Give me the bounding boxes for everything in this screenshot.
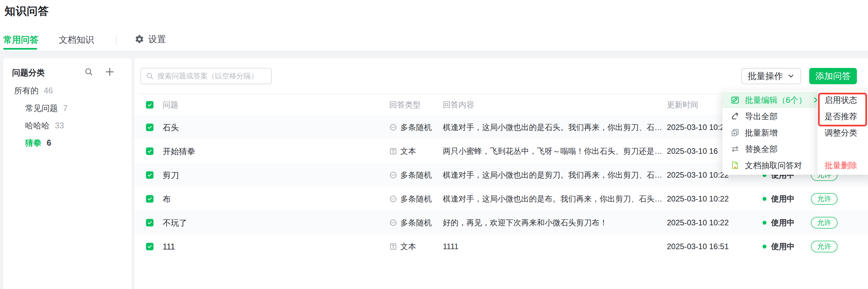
- menu-item-doc-extract-qa[interactable]: 文档抽取问答对: [722, 157, 817, 173]
- answer-type-cell: 多条随机: [389, 170, 432, 180]
- answer-content-cell: 棋逢对手，这局小微也出的是石头。我们再来，你出剪刀、石头...: [443, 122, 662, 133]
- answer-type-cell: 多条随机: [389, 218, 432, 228]
- tab-doc-knowledge[interactable]: 文档知识: [59, 34, 94, 46]
- column-header-question: 问题: [163, 100, 178, 110]
- add-category-icon[interactable]: [104, 67, 115, 78]
- add-qa-button[interactable]: 添加问答: [809, 68, 857, 84]
- updated-time-cell: 2025-03-10 10:22: [667, 218, 729, 227]
- category-label: 常见问题: [25, 103, 58, 114]
- table-row[interactable]: 布 多条随机 棋逢对手，这局小微也出的是布。我们再来，你出剪刀、石头还... 2…: [134, 187, 868, 211]
- menu-item-label: 批量编辑（6个）: [745, 95, 807, 105]
- action-cell: 允许: [811, 193, 838, 205]
- sidebar-item-hahaha[interactable]: 哈哈哈 33: [25, 120, 64, 131]
- updated-time-cell: 2025-03-10 10:22: [667, 123, 729, 132]
- column-header-content: 回答内容: [443, 100, 474, 110]
- submenu-item-batch-delete[interactable]: 批量删除: [818, 157, 868, 173]
- question-cell: 剪刀: [163, 169, 179, 180]
- search-icon: [146, 72, 154, 80]
- answer-type-label: 多条随机: [400, 170, 432, 180]
- menu-item-replace-all[interactable]: 替换全部: [722, 141, 817, 157]
- status-dot-icon: [763, 245, 767, 249]
- updated-time-cell: 2025-03-10 16: [667, 147, 718, 156]
- active-tab-underline: [3, 48, 37, 50]
- table-row[interactable]: 111 文本 1111 2025-03-10 16:51 使用中 允许: [134, 234, 868, 258]
- question-cell: 开始猜拳: [163, 146, 195, 156]
- text-type-icon: [389, 147, 397, 155]
- answer-type-cell: 多条随机: [389, 194, 432, 204]
- multi-random-icon: [389, 171, 397, 179]
- updated-time-cell: 2025-03-10 10:22: [667, 170, 729, 180]
- row-checkbox[interactable]: [146, 123, 154, 131]
- multi-random-icon: [389, 219, 397, 227]
- answer-type-label: 多条随机: [400, 122, 432, 133]
- menu-item-label: 批量新增: [745, 127, 778, 138]
- answer-type-label: 文本: [400, 241, 416, 252]
- column-header-type: 回答类型: [389, 100, 421, 110]
- answer-type-cell: 文本: [389, 241, 416, 252]
- updated-time-cell: 2025-03-10 16:51: [667, 242, 729, 251]
- answer-content-cell: 棋逢对手，这局小微也出的是布。我们再来，你出剪刀、石头还...: [443, 194, 662, 204]
- answer-content-cell: 两只小蜜蜂，飞到花丛中，飞呀～嗡嗡！你出石头、剪刀还是布？: [443, 146, 662, 156]
- answer-type-cell: 多条随机: [389, 122, 432, 133]
- answer-type-label: 多条随机: [400, 218, 432, 228]
- updated-time-cell: 2025-03-10 10:22: [667, 194, 729, 203]
- status-cell: 使用中: [763, 241, 795, 252]
- row-checkbox[interactable]: [146, 147, 154, 155]
- answer-type-cell: 文本: [389, 146, 416, 156]
- page-title: 知识问答: [5, 4, 49, 19]
- row-checkbox[interactable]: [146, 195, 154, 202]
- tab-settings[interactable]: 设置: [134, 33, 166, 45]
- swap-icon: [731, 144, 740, 154]
- qa-search-box[interactable]: [141, 68, 272, 84]
- select-all-checkbox[interactable]: [146, 101, 154, 109]
- question-cell: 石头: [163, 122, 179, 133]
- status-dot-icon: [763, 221, 767, 225]
- menu-item-label: 导出全部: [745, 111, 778, 122]
- menu-item-label: 替换全部: [745, 144, 778, 155]
- action-cell: 允许: [811, 241, 838, 252]
- doc-extract-icon: [731, 161, 740, 170]
- edit-icon: [731, 95, 740, 104]
- status-cell: 使用中: [763, 194, 795, 204]
- answer-content-cell: 1111: [443, 242, 459, 251]
- row-checkbox[interactable]: [146, 243, 154, 250]
- category-label: 哈哈哈: [25, 120, 50, 131]
- status-cell: 使用中: [763, 218, 795, 228]
- batch-menu-panel: 批量编辑（6个） 导出全部 批量新增 替换全部: [722, 91, 817, 175]
- table-row[interactable]: 不玩了 多条随机 好的，再见，欢迎下次再来和小微石头剪刀布！ 2025-03-1…: [134, 211, 868, 234]
- allow-button[interactable]: 允许: [811, 217, 838, 229]
- answer-type-label: 多条随机: [400, 194, 432, 204]
- sidebar-item-caiquan[interactable]: 猜拳 6: [25, 137, 51, 148]
- chevron-down-icon: [787, 72, 795, 80]
- category-label: 猜拳: [25, 137, 41, 148]
- gear-icon: [134, 34, 144, 44]
- submenu-spacer: [818, 141, 868, 157]
- status-label: 使用中: [771, 218, 795, 228]
- category-search-icon[interactable]: [84, 67, 93, 78]
- answer-content-cell: 棋逢对手，这局小微也出的是剪刀。我们再来，你出剪刀、石头...: [443, 170, 662, 180]
- batch-operations-button[interactable]: 批量操作: [741, 68, 801, 84]
- tab-faq[interactable]: 常用问答: [3, 34, 38, 46]
- category-count: 7: [63, 103, 68, 113]
- question-cell: 布: [163, 193, 171, 204]
- submenu-item-label: 调整分类: [825, 127, 857, 138]
- answer-content-cell: 好的，再见，欢迎下次再来和小微石头剪刀布！: [443, 218, 608, 228]
- sidebar-item-all[interactable]: 所有的 46: [14, 85, 53, 96]
- menu-item-batch-edit[interactable]: 批量编辑（6个）: [722, 92, 817, 108]
- sidebar-item-common-questions[interactable]: 常见问题 7: [25, 103, 68, 113]
- status-dot-icon: [763, 197, 767, 201]
- menu-item-batch-add[interactable]: 批量新增: [722, 124, 817, 141]
- settings-label: 设置: [148, 33, 166, 45]
- tab-divider: [116, 35, 117, 45]
- allow-button[interactable]: 允许: [811, 241, 838, 252]
- menu-item-export-all[interactable]: 导出全部: [722, 108, 817, 124]
- row-checkbox[interactable]: [146, 171, 154, 179]
- search-input[interactable]: [157, 72, 267, 80]
- submenu-item-adjust-category[interactable]: 调整分类: [818, 124, 868, 141]
- export-icon: [731, 112, 740, 121]
- row-checkbox[interactable]: [146, 219, 154, 226]
- submenu-item-label: 批量删除: [825, 160, 857, 171]
- category-label: 所有的: [14, 85, 38, 96]
- status-label: 使用中: [771, 194, 795, 204]
- allow-button[interactable]: 允许: [811, 193, 838, 205]
